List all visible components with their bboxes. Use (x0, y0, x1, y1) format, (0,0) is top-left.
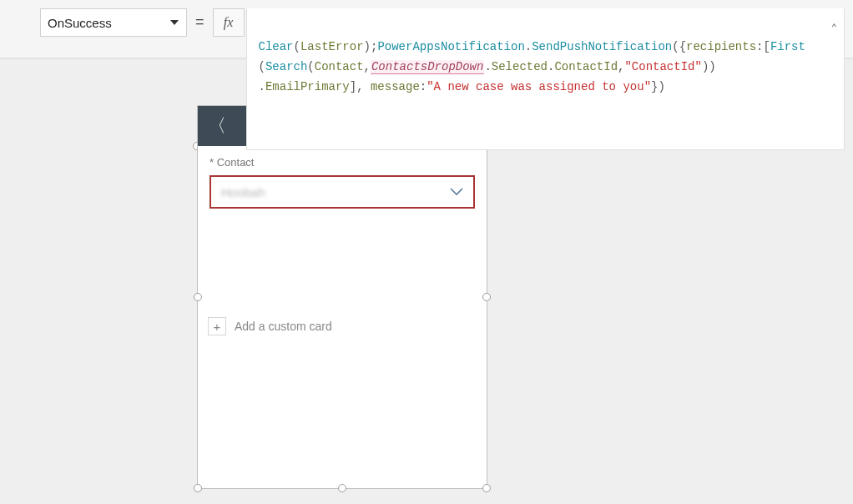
token-powerapps: PowerAppsNotification (377, 40, 524, 53)
token-sendpush: SendPushNotification (532, 40, 672, 53)
token-search: Search (265, 60, 307, 73)
fx-button[interactable]: fx (213, 8, 245, 37)
chevron-down-icon (450, 185, 463, 199)
dropdown-selected-value: Hoobah (221, 185, 265, 199)
token-selected: Selected (492, 60, 548, 73)
token-first: First (770, 40, 805, 53)
selection-handle[interactable] (482, 293, 491, 301)
formula-editor[interactable]: Clear(LastError);PowerAppsNotification.S… (246, 8, 845, 150)
plus-icon[interactable]: + (208, 317, 226, 335)
selection-handle[interactable] (482, 484, 491, 492)
token-clear: Clear (259, 40, 294, 53)
formula-collapse-icon[interactable]: ⌃ (831, 18, 837, 38)
contacts-dropdown[interactable]: Hoobah (209, 175, 475, 209)
add-custom-card-row[interactable]: + Add a custom card (208, 317, 487, 335)
back-icon[interactable]: 〈 (208, 113, 226, 139)
token-contactid-str: "ContactId" (624, 60, 701, 73)
token-emailprimary: EmailPrimary (265, 80, 350, 93)
property-select[interactable]: OnSuccess (40, 8, 187, 37)
equals-label: = (195, 13, 204, 31)
contact-field-label: * Contact (209, 156, 487, 169)
token-contactsdropdown: ContactsDropDown (371, 60, 484, 74)
selection-handle[interactable] (194, 293, 202, 301)
selection-handle[interactable] (194, 484, 202, 492)
token-message: message (371, 80, 420, 93)
selection-handle[interactable] (338, 484, 346, 492)
token-recipients: recipients (686, 40, 756, 53)
token-lasterror: LastError (300, 40, 364, 53)
token-contactid: ContactId (554, 60, 618, 73)
token-contact: Contact (315, 60, 364, 73)
add-custom-card-label: Add a custom card (235, 320, 332, 333)
form-control[interactable]: 〈 * Contact Hoobah + Add a custom card (197, 105, 487, 489)
token-message-str: "A new case was assigned to you" (426, 80, 651, 93)
